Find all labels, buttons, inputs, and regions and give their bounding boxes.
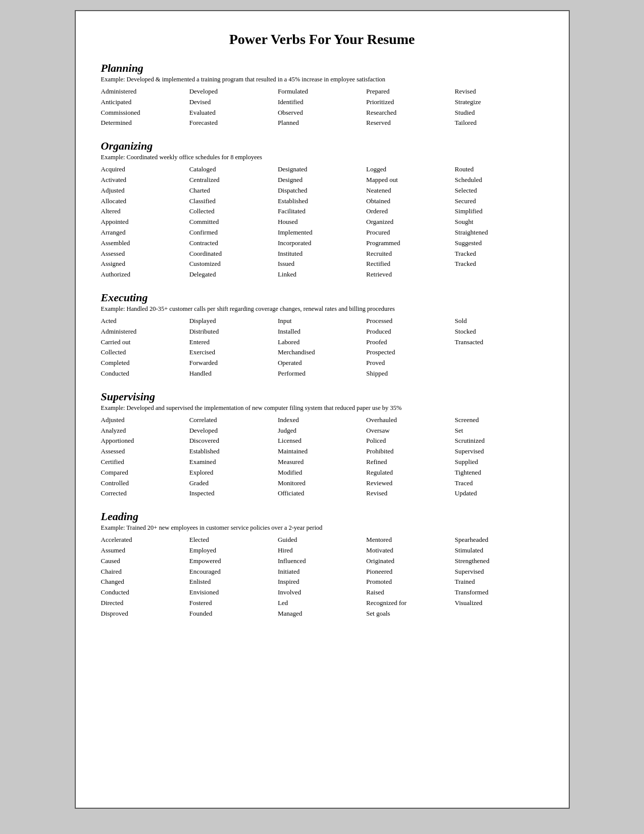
word-item: Changed <box>101 577 189 587</box>
word-item: Tracked <box>455 249 543 259</box>
word-item: Screened <box>455 415 543 426</box>
word-item: Entered <box>189 337 278 348</box>
word-item <box>455 368 543 379</box>
word-item: Activated <box>101 175 189 186</box>
word-item: Spearheaded <box>455 535 543 545</box>
word-item: Assigned <box>101 259 189 269</box>
word-item: Coordinated <box>189 249 278 259</box>
word-item: Housed <box>278 217 366 227</box>
word-item: Exercised <box>189 347 278 358</box>
word-item: Raised <box>366 587 455 598</box>
word-item: Corrected <box>101 488 189 499</box>
word-item: Adjusted <box>101 415 189 426</box>
word-item: Compared <box>101 468 189 478</box>
word-item: Authorized <box>101 269 189 280</box>
word-item: Founded <box>189 609 278 619</box>
word-item: Procured <box>366 227 455 238</box>
word-item: Planned <box>278 118 366 128</box>
word-item: Modified <box>278 468 366 478</box>
word-item: Collected <box>101 347 189 358</box>
word-item: Updated <box>455 488 543 499</box>
word-item: Elected <box>189 535 278 545</box>
word-item: Measured <box>278 457 366 468</box>
word-item: Altered <box>101 206 189 217</box>
word-item: Enlisted <box>189 577 278 587</box>
word-item: Reviewed <box>366 478 455 489</box>
word-item: Proved <box>366 358 455 368</box>
word-item: Administered <box>101 327 189 337</box>
word-item: Tightened <box>455 468 543 478</box>
word-item: Policed <box>366 436 455 446</box>
word-item: Strategize <box>455 97 543 108</box>
word-item: Conducted <box>101 368 189 379</box>
word-item: Fostered <box>189 598 278 609</box>
word-item: Assumed <box>101 545 189 556</box>
word-item: Set goals <box>366 609 455 619</box>
word-item: Inspired <box>278 577 366 587</box>
word-item: Judged <box>278 426 366 436</box>
word-item: Carried out <box>101 337 189 348</box>
word-item: Guided <box>278 535 366 545</box>
word-item: Linked <box>278 269 366 280</box>
word-item: Determined <box>101 118 189 128</box>
word-item: Collected <box>189 206 278 217</box>
word-item: Instituted <box>278 249 366 259</box>
word-item: Set <box>455 426 543 436</box>
word-item: Discovered <box>189 436 278 446</box>
word-item: Logged <box>366 164 455 175</box>
word-item: Transacted <box>455 337 543 348</box>
word-item: Influenced <box>278 556 366 567</box>
word-item: Programmed <box>366 238 455 249</box>
word-item: Prepared <box>366 86 455 97</box>
word-item: Assessed <box>101 446 189 457</box>
word-item: Controlled <box>101 478 189 489</box>
word-item: Simplified <box>455 206 543 217</box>
word-item: Chaired <box>101 567 189 577</box>
word-item: Evaluated <box>189 108 278 118</box>
word-item: Neatened <box>366 186 455 196</box>
word-item: Charted <box>189 186 278 196</box>
word-item: Established <box>278 196 366 207</box>
word-item <box>455 358 543 368</box>
word-item: Certified <box>101 457 189 468</box>
word-item: Studied <box>455 108 543 118</box>
word-item: Anticipated <box>101 97 189 108</box>
word-item: Tracked <box>455 259 543 269</box>
word-item: Displayed <box>189 316 278 327</box>
word-item: Sold <box>455 316 543 327</box>
word-grid-leading: AcceleratedElectedGuidedMentoredSpearhea… <box>101 535 543 619</box>
word-item: Involved <box>278 587 366 598</box>
word-item: Ordered <box>366 206 455 217</box>
word-item: Straightened <box>455 227 543 238</box>
word-item: Initiated <box>278 567 366 577</box>
word-item: Rectified <box>366 259 455 269</box>
word-item: Promoted <box>366 577 455 587</box>
word-item: Reserved <box>366 118 455 128</box>
word-item: Prohibited <box>366 446 455 457</box>
word-item: Organized <box>366 217 455 227</box>
word-item: Shipped <box>366 368 455 379</box>
word-item: Revised <box>366 488 455 499</box>
word-item: Designed <box>278 175 366 186</box>
word-item: Trained <box>455 577 543 587</box>
section-example-leading: Example: Trained 20+ new employees in cu… <box>101 524 543 532</box>
word-item: Established <box>189 446 278 457</box>
word-item: Managed <box>278 609 366 619</box>
section-example-executing: Example: Handled 20-35+ customer calls p… <box>101 305 543 313</box>
word-item: Observed <box>278 108 366 118</box>
word-item: Adjusted <box>101 186 189 196</box>
page: Power Verbs For Your Resume PlanningExam… <box>75 10 570 809</box>
word-item: Commissioned <box>101 108 189 118</box>
word-item: Stocked <box>455 327 543 337</box>
word-item: Committed <box>189 217 278 227</box>
word-item: Mapped out <box>366 175 455 186</box>
word-item: Strengthened <box>455 556 543 567</box>
word-item: Retrieved <box>366 269 455 280</box>
section-heading-organizing: Organizing <box>101 140 543 153</box>
word-item: Customized <box>189 259 278 269</box>
word-item: Completed <box>101 358 189 368</box>
section-planning: PlanningExample: Developed & implemented… <box>101 62 543 128</box>
word-item: Caused <box>101 556 189 567</box>
word-item: Overhauled <box>366 415 455 426</box>
word-item: Selected <box>455 186 543 196</box>
